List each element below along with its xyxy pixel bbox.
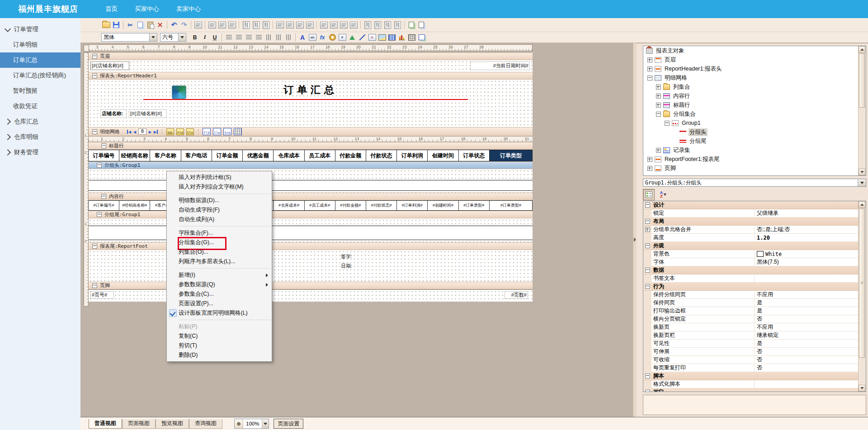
- tree-item-content-row[interactable]: 内容行: [643, 91, 866, 100]
- object-selector-combo[interactable]: Group1.分组头:分组头: [643, 179, 866, 187]
- prop-category-other[interactable]: 其它: [643, 388, 866, 392]
- menu-item-parameter-datasource[interactable]: 参数数据源(Q): [167, 280, 272, 289]
- prop-row-hlock[interactable]: 横向分页锁定否: [643, 315, 866, 323]
- menu-item-auto-generate-columns[interactable]: 自动生成列(A): [167, 215, 272, 224]
- menu-item-auto-generate-fields[interactable]: 自动生成字段(F): [167, 205, 272, 215]
- expand-icon[interactable]: [656, 94, 661, 99]
- band-group-footer[interactable]: 分组尾:Group1: [89, 211, 533, 218]
- page-count-cell[interactable]: #页数#: [505, 291, 528, 299]
- align-center-icon[interactable]: [217, 20, 227, 30]
- nav-position[interactable]: 0: [138, 128, 146, 135]
- prop-row-keep-group[interactable]: 保持分组同页不应用: [643, 291, 866, 299]
- band-report-header[interactable]: 报表头:ReportHeader1: [89, 72, 533, 80]
- prop-row-font[interactable]: 字体黑体(7.5): [643, 258, 866, 266]
- expand-icon[interactable]: [647, 66, 652, 71]
- copy-icon[interactable]: [135, 20, 145, 30]
- menu-item-insert-aligned-composite-textbox[interactable]: 插入对齐列综合文字框(M): [167, 182, 272, 192]
- align-middle-icon[interactable]: [251, 20, 261, 30]
- align-bottom-icon[interactable]: [261, 20, 271, 30]
- prop-row-bookmark[interactable]: 书签文本: [643, 274, 866, 283]
- view-tab[interactable]: 查询视图: [189, 419, 222, 429]
- nav-prev-icon[interactable]: ◀: [133, 129, 136, 134]
- cut-icon[interactable]: ✂: [125, 20, 135, 30]
- insert-richtext-icon[interactable]: A: [367, 33, 377, 42]
- insert-subreport-icon[interactable]: [417, 33, 427, 42]
- sidebar-item-order-detail[interactable]: 订单明细: [0, 37, 80, 52]
- group-footer-row[interactable]: [89, 226, 533, 240]
- prop-category-behavior[interactable]: 行为: [643, 283, 866, 291]
- tree-item-recordset[interactable]: 记录集: [643, 146, 866, 155]
- prop-category-layout[interactable]: 布局: [643, 217, 866, 226]
- collapse-icon[interactable]: [645, 373, 650, 378]
- prop-row-stretch[interactable]: 可伸展否: [643, 348, 866, 356]
- tree-item-group1[interactable]: Group1: [643, 118, 866, 128]
- column-header-cell[interactable]: 付款金额: [335, 150, 366, 161]
- date-label-cell[interactable]: 日期:: [340, 262, 361, 270]
- combo-dropdown-icon[interactable]: [149, 33, 157, 41]
- tree-item-page-footer[interactable]: 页脚: [643, 164, 866, 173]
- insert-expression-icon[interactable]: fx: [317, 33, 327, 42]
- insert-image-icon[interactable]: [377, 33, 387, 42]
- tree-item-group-header[interactable]: 分组头: [643, 128, 866, 137]
- prop-row-repeat-print[interactable]: 每页重复打印否: [643, 364, 866, 372]
- shop-value-cell[interactable]: [#{店铺名称}#]: [129, 109, 167, 118]
- column-header-cell[interactable]: 订单状态: [458, 150, 490, 161]
- tree-item-report-footer[interactable]: ReportFooter1:报表尾: [643, 155, 866, 164]
- current-datetime-cell[interactable]: #当前日期时间#: [470, 61, 530, 70]
- field-cell[interactable]: #经销商名称#: [119, 201, 150, 210]
- collapse-icon[interactable]: [645, 203, 650, 208]
- sidebar-group-order-management[interactable]: 订单管理: [0, 22, 80, 37]
- page-setup-button[interactable]: 页面设置: [274, 419, 303, 429]
- text-valign-middle-icon[interactable]: [274, 33, 283, 42]
- prop-row-shrink[interactable]: 可收缩否: [643, 356, 866, 364]
- expand-icon[interactable]: [647, 166, 652, 171]
- menu-item-field-collection[interactable]: 字段集合(F)...: [167, 228, 272, 238]
- send-to-back-icon[interactable]: [416, 20, 426, 30]
- collection-icon[interactable]: Fld: [203, 128, 211, 135]
- grid-toggle-icon[interactable]: [193, 20, 203, 30]
- nav-next-icon[interactable]: ▶: [149, 129, 151, 134]
- same-height-icon[interactable]: [285, 20, 295, 30]
- collapse-icon[interactable]: [645, 243, 650, 248]
- text-valign-top-icon[interactable]: [264, 33, 274, 42]
- sidebar-item-temp-reserve[interactable]: 暂时预留: [0, 83, 80, 99]
- space-equal-h-icon[interactable]: [319, 20, 329, 30]
- font-size-combo[interactable]: 六号: [160, 33, 186, 42]
- tree-item-group-collection[interactable]: 分组集合: [643, 109, 866, 118]
- space-decrease-h-icon[interactable]: [339, 20, 349, 30]
- collapse-icon[interactable]: [665, 121, 670, 126]
- collapse-icon[interactable]: [647, 76, 652, 80]
- shop-name-cell[interactable]: [#{店铺名称}#]: [90, 61, 129, 70]
- menu-item-group-collection[interactable]: 分组集合(G)...: [167, 238, 272, 247]
- prop-category-appearance[interactable]: 外观: [643, 242, 866, 250]
- band-content-row[interactable]: 内容行: [89, 193, 533, 200]
- space-increase-h-icon[interactable]: [329, 20, 339, 30]
- band-page-footer[interactable]: 页脚: [89, 282, 533, 289]
- column-header-cell[interactable]: 客户电话: [181, 150, 212, 161]
- field-cell[interactable]: #员工成本#: [304, 201, 335, 210]
- collapse-icon[interactable]: [101, 194, 106, 199]
- tree-item-group-footer[interactable]: 分组尾: [643, 137, 866, 146]
- grid-settings-icon[interactable]: [234, 128, 242, 135]
- align-left-icon[interactable]: [207, 20, 217, 30]
- font-color-icon[interactable]: A: [297, 33, 307, 42]
- space-remove-v-icon[interactable]: [392, 20, 402, 30]
- insert-shape-icon[interactable]: [347, 33, 357, 42]
- collapse-icon[interactable]: [645, 219, 650, 224]
- menu-item-delete[interactable]: 删除(D): [167, 350, 272, 360]
- expand-icon[interactable]: [656, 103, 661, 108]
- undo-icon[interactable]: ↶: [169, 20, 179, 30]
- collapse-icon[interactable]: [97, 163, 102, 168]
- delete-icon[interactable]: [155, 20, 165, 30]
- nav-last-icon[interactable]: ▶: [154, 129, 158, 134]
- bold-icon[interactable]: B: [190, 33, 200, 42]
- column-header-cell[interactable]: 经销商名称: [119, 150, 150, 161]
- menu-item-insert-aligned-stat-box[interactable]: 插入对齐列统计框(S): [167, 173, 272, 182]
- prop-category-data[interactable]: 数据: [643, 266, 866, 274]
- top-menu-item[interactable]: 买家中心: [135, 5, 159, 13]
- prop-category-design[interactable]: 设计: [643, 201, 866, 209]
- prop-row-keep-same-page[interactable]: 保持同页是: [643, 299, 866, 307]
- panel-splitter[interactable]: [633, 43, 637, 417]
- text-valign-bottom-icon[interactable]: [283, 33, 293, 42]
- tree-item-detail-grid[interactable]: 明细网格: [643, 73, 866, 82]
